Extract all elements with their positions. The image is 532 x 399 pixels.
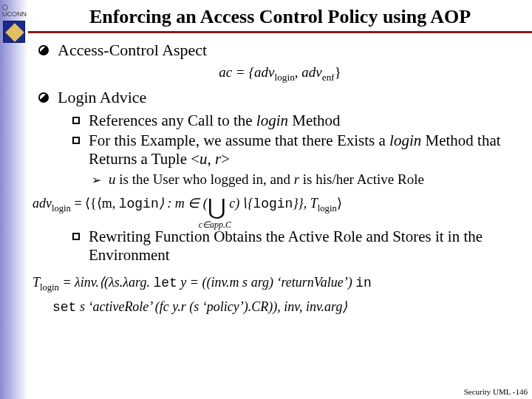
subsub-bullet-u-r: ➢ u is the User who logged in, and r is … [92,171,532,188]
slide-content: Enforcing an Access Control Policy using… [28,0,532,399]
formula-adv-login: advlogin = ⟨{⟨m, login⟩ : m ∈ (⋃c∈app.C … [33,194,532,220]
bullet-login-advice: Login Advice [38,88,532,107]
bullet-text: Rewriting Function Obtains the Active Ro… [89,228,532,265]
bullet-text: Login Advice [58,88,146,107]
bullet-access-control-aspect: Access-Control Aspect [38,41,532,60]
sub-bullet-rewriting: Rewriting Function Obtains the Active Ro… [72,228,532,265]
sub-bullet-references: References any Call to the login Method [72,112,532,130]
bullet-square-icon [72,117,80,124]
sub-bullet-example: For this Example, we assume that there E… [72,132,532,168]
bullet-square-icon [72,137,80,144]
bullet-text: For this Example, we assume that there E… [89,132,532,168]
uconn-shield-icon [3,21,25,43]
slide-title: Enforcing an Access Control Policy using… [28,0,532,31]
slide-footer: Security UML -146 [464,387,528,396]
bullet-square-icon [72,233,80,240]
bullet-text: u is the User who logged in, and r is hi… [109,171,424,188]
formula-ac: ac = {advlogin, advenf} [28,64,532,83]
bullet-circle-icon [38,92,49,103]
bullet-text: Access-Control Aspect [58,41,207,60]
formula-t-login: Tlogin = λinv.⟨(λs.λarg. let y = ((inv.m… [33,271,532,319]
bullet-circle-icon [38,45,49,55]
bullet-arrow-icon: ➢ [92,173,101,187]
brand-label: UCONN [2,3,28,18]
sidebar-gradient: UCONN [0,0,28,399]
bullet-text: References any Call to the login Method [89,112,341,130]
title-rule [28,31,532,33]
